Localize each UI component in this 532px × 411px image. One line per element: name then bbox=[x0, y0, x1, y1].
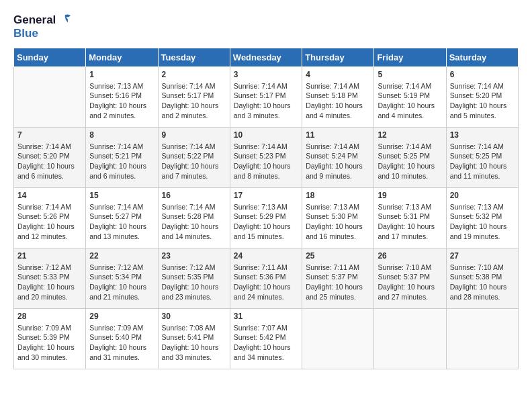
day-info: Sunrise: 7:14 AMSunset: 5:27 PMDaylight:… bbox=[89, 202, 154, 242]
calendar-day-cell bbox=[14, 66, 86, 127]
day-info: Sunrise: 7:09 AMSunset: 5:40 PMDaylight:… bbox=[89, 323, 154, 363]
day-number: 4 bbox=[306, 70, 370, 79]
day-info: Sunrise: 7:10 AMSunset: 5:37 PMDaylight:… bbox=[378, 263, 442, 302]
day-info: Sunrise: 7:07 AMSunset: 5:42 PMDaylight:… bbox=[234, 323, 298, 363]
calendar-day-cell: 29Sunrise: 7:09 AMSunset: 5:40 PMDayligh… bbox=[86, 308, 158, 369]
calendar-day-cell: 19Sunrise: 7:13 AMSunset: 5:31 PMDayligh… bbox=[374, 187, 446, 248]
day-info: Sunrise: 7:13 AMSunset: 5:32 PMDaylight:… bbox=[450, 202, 515, 242]
day-number: 1 bbox=[89, 70, 154, 79]
day-info: Sunrise: 7:11 AMSunset: 5:37 PMDaylight:… bbox=[306, 263, 370, 302]
weekday-header: Tuesday bbox=[158, 48, 230, 66]
calendar-week-row: 7Sunrise: 7:14 AMSunset: 5:20 PMDaylight… bbox=[14, 127, 519, 187]
weekday-header: Monday bbox=[86, 48, 158, 66]
day-info: Sunrise: 7:09 AMSunset: 5:39 PMDaylight:… bbox=[17, 323, 82, 363]
day-number: 17 bbox=[234, 191, 298, 200]
calendar-day-cell: 30Sunrise: 7:08 AMSunset: 5:41 PMDayligh… bbox=[158, 308, 230, 369]
day-info: Sunrise: 7:14 AMSunset: 5:18 PMDaylight:… bbox=[306, 81, 370, 121]
calendar-day-cell: 6Sunrise: 7:14 AMSunset: 5:20 PMDaylight… bbox=[446, 66, 518, 127]
day-number: 22 bbox=[89, 251, 154, 261]
day-number: 13 bbox=[450, 130, 515, 140]
calendar-day-cell: 1Sunrise: 7:13 AMSunset: 5:16 PMDaylight… bbox=[86, 66, 158, 127]
calendar-day-cell: 7Sunrise: 7:14 AMSunset: 5:20 PMDaylight… bbox=[14, 127, 86, 187]
day-info: Sunrise: 7:14 AMSunset: 5:17 PMDaylight:… bbox=[234, 81, 298, 121]
weekday-header: Saturday bbox=[446, 48, 518, 66]
day-number: 20 bbox=[450, 191, 515, 200]
calendar-day-cell: 22Sunrise: 7:12 AMSunset: 5:34 PMDayligh… bbox=[86, 248, 158, 308]
calendar-day-cell: 16Sunrise: 7:14 AMSunset: 5:28 PMDayligh… bbox=[158, 187, 230, 248]
calendar-day-cell bbox=[446, 308, 518, 369]
day-number: 28 bbox=[17, 312, 82, 321]
calendar-day-cell: 12Sunrise: 7:14 AMSunset: 5:25 PMDayligh… bbox=[374, 127, 446, 187]
calendar-day-cell: 31Sunrise: 7:07 AMSunset: 5:42 PMDayligh… bbox=[230, 308, 302, 369]
calendar-day-cell: 27Sunrise: 7:10 AMSunset: 5:38 PMDayligh… bbox=[446, 248, 518, 308]
day-info: Sunrise: 7:12 AMSunset: 5:34 PMDaylight:… bbox=[89, 263, 154, 302]
logo-bird-icon bbox=[57, 13, 71, 27]
day-info: Sunrise: 7:14 AMSunset: 5:21 PMDaylight:… bbox=[89, 142, 154, 181]
day-number: 26 bbox=[378, 251, 442, 261]
calendar-day-cell: 13Sunrise: 7:14 AMSunset: 5:25 PMDayligh… bbox=[446, 127, 518, 187]
day-number: 30 bbox=[162, 312, 226, 321]
calendar-day-cell: 20Sunrise: 7:13 AMSunset: 5:32 PMDayligh… bbox=[446, 187, 518, 248]
day-number: 31 bbox=[234, 312, 298, 321]
day-info: Sunrise: 7:14 AMSunset: 5:24 PMDaylight:… bbox=[306, 142, 370, 181]
calendar-week-row: 21Sunrise: 7:12 AMSunset: 5:33 PMDayligh… bbox=[14, 248, 519, 308]
weekday-header: Sunday bbox=[14, 48, 86, 66]
day-number: 5 bbox=[378, 70, 442, 79]
day-number: 16 bbox=[162, 191, 226, 200]
day-number: 8 bbox=[89, 130, 154, 140]
logo-blue: Blue bbox=[13, 27, 38, 40]
calendar-day-cell bbox=[302, 308, 374, 369]
calendar-day-cell: 11Sunrise: 7:14 AMSunset: 5:24 PMDayligh… bbox=[302, 127, 374, 187]
day-number: 12 bbox=[378, 130, 442, 140]
calendar-day-cell: 26Sunrise: 7:10 AMSunset: 5:37 PMDayligh… bbox=[374, 248, 446, 308]
calendar-week-row: 28Sunrise: 7:09 AMSunset: 5:39 PMDayligh… bbox=[14, 308, 519, 369]
calendar-week-row: 1Sunrise: 7:13 AMSunset: 5:16 PMDaylight… bbox=[14, 66, 519, 127]
day-info: Sunrise: 7:12 AMSunset: 5:35 PMDaylight:… bbox=[162, 263, 226, 302]
day-number: 24 bbox=[234, 251, 298, 261]
day-info: Sunrise: 7:14 AMSunset: 5:17 PMDaylight:… bbox=[162, 81, 226, 121]
calendar-day-cell: 23Sunrise: 7:12 AMSunset: 5:35 PMDayligh… bbox=[158, 248, 230, 308]
weekday-header: Wednesday bbox=[230, 48, 302, 66]
calendar-day-cell: 8Sunrise: 7:14 AMSunset: 5:21 PMDaylight… bbox=[86, 127, 158, 187]
day-info: Sunrise: 7:14 AMSunset: 5:28 PMDaylight:… bbox=[162, 202, 226, 242]
day-info: Sunrise: 7:14 AMSunset: 5:23 PMDaylight:… bbox=[234, 142, 298, 181]
day-info: Sunrise: 7:11 AMSunset: 5:36 PMDaylight:… bbox=[234, 263, 298, 302]
day-number: 21 bbox=[17, 251, 82, 261]
calendar-day-cell: 2Sunrise: 7:14 AMSunset: 5:17 PMDaylight… bbox=[158, 66, 230, 127]
day-number: 18 bbox=[306, 191, 370, 200]
day-number: 19 bbox=[378, 191, 442, 200]
day-number: 6 bbox=[450, 70, 515, 79]
day-number: 11 bbox=[306, 130, 370, 140]
calendar-day-cell: 14Sunrise: 7:14 AMSunset: 5:26 PMDayligh… bbox=[14, 187, 86, 248]
day-number: 27 bbox=[450, 251, 515, 261]
day-info: Sunrise: 7:12 AMSunset: 5:33 PMDaylight:… bbox=[17, 263, 82, 302]
calendar-day-cell: 17Sunrise: 7:13 AMSunset: 5:29 PMDayligh… bbox=[230, 187, 302, 248]
day-number: 29 bbox=[89, 312, 154, 321]
calendar-day-cell: 4Sunrise: 7:14 AMSunset: 5:18 PMDaylight… bbox=[302, 66, 374, 127]
calendar-day-cell: 28Sunrise: 7:09 AMSunset: 5:39 PMDayligh… bbox=[14, 308, 86, 369]
weekday-header-row: SundayMondayTuesdayWednesdayThursdayFrid… bbox=[14, 48, 519, 66]
calendar-day-cell: 3Sunrise: 7:14 AMSunset: 5:17 PMDaylight… bbox=[230, 66, 302, 127]
day-info: Sunrise: 7:14 AMSunset: 5:22 PMDaylight:… bbox=[162, 142, 226, 181]
day-number: 15 bbox=[89, 191, 154, 200]
calendar-day-cell: 5Sunrise: 7:14 AMSunset: 5:19 PMDaylight… bbox=[374, 66, 446, 127]
day-info: Sunrise: 7:14 AMSunset: 5:19 PMDaylight:… bbox=[378, 81, 442, 121]
weekday-header: Friday bbox=[374, 48, 446, 66]
calendar-day-cell: 10Sunrise: 7:14 AMSunset: 5:23 PMDayligh… bbox=[230, 127, 302, 187]
day-number: 7 bbox=[17, 130, 82, 140]
day-info: Sunrise: 7:14 AMSunset: 5:20 PMDaylight:… bbox=[17, 142, 82, 181]
day-info: Sunrise: 7:13 AMSunset: 5:16 PMDaylight:… bbox=[89, 81, 154, 121]
day-info: Sunrise: 7:13 AMSunset: 5:30 PMDaylight:… bbox=[306, 202, 370, 242]
day-number: 10 bbox=[234, 130, 298, 140]
day-number: 14 bbox=[17, 191, 82, 200]
day-number: 9 bbox=[162, 130, 226, 140]
calendar-day-cell: 18Sunrise: 7:13 AMSunset: 5:30 PMDayligh… bbox=[302, 187, 374, 248]
day-info: Sunrise: 7:13 AMSunset: 5:31 PMDaylight:… bbox=[378, 202, 442, 242]
calendar-day-cell: 24Sunrise: 7:11 AMSunset: 5:36 PMDayligh… bbox=[230, 248, 302, 308]
calendar-day-cell: 9Sunrise: 7:14 AMSunset: 5:22 PMDaylight… bbox=[158, 127, 230, 187]
day-info: Sunrise: 7:13 AMSunset: 5:29 PMDaylight:… bbox=[234, 202, 298, 242]
day-number: 2 bbox=[162, 70, 226, 79]
calendar-day-cell: 15Sunrise: 7:14 AMSunset: 5:27 PMDayligh… bbox=[86, 187, 158, 248]
day-info: Sunrise: 7:14 AMSunset: 5:25 PMDaylight:… bbox=[450, 142, 515, 181]
calendar-week-row: 14Sunrise: 7:14 AMSunset: 5:26 PMDayligh… bbox=[14, 187, 519, 248]
